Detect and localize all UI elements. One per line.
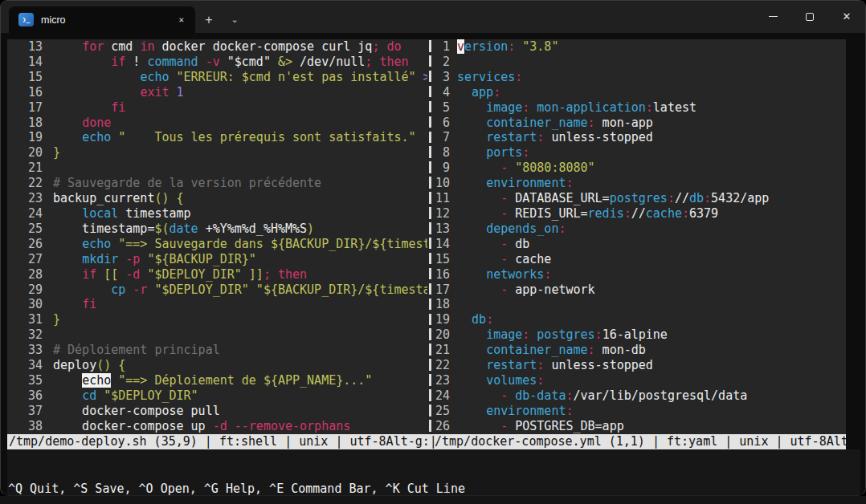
code-line[interactable]: 17 fi xyxy=(7,100,427,116)
statusbar: /tmp/demo-deploy.sh (35,9) | ft:shell | … xyxy=(7,434,846,449)
code-line[interactable]: 30 fi xyxy=(7,297,427,312)
code-line[interactable]: 8 ports: xyxy=(435,145,846,161)
line-number: 34 xyxy=(7,358,53,373)
code-line[interactable]: 32 xyxy=(7,327,427,343)
code-line[interactable]: 19 db: xyxy=(435,312,846,327)
code-line[interactable]: 1version: "3.8" xyxy=(435,39,846,55)
code-line[interactable]: 36 cd "$DEPLOY_DIR" xyxy=(7,388,427,404)
code-line[interactable]: 22# Sauvegarde de la version précédente xyxy=(7,176,427,191)
keymenu: ^Q Quit, ^S Save, ^O Open, ^G Help, ^E C… xyxy=(7,449,860,496)
code-line[interactable]: 16 networks: xyxy=(435,267,846,282)
code-text: # Déploiement principal xyxy=(53,343,220,358)
code-line[interactable]: 24 local timestamp xyxy=(7,206,427,222)
code-line[interactable]: 38 docker-compose up -d --remove-orphans xyxy=(7,419,427,434)
statusbar-right: /tmp/docker-compose.yml (1,1) | ft:yaml … xyxy=(435,434,846,449)
line-number: 3 xyxy=(435,70,457,85)
code-text: restart: unless-stopped xyxy=(457,130,653,145)
tab-close-icon[interactable]: ✕ xyxy=(175,13,187,26)
code-line[interactable]: 23backup_current() { xyxy=(7,191,427,206)
code-line[interactable]: 21 xyxy=(7,161,427,176)
code-line[interactable]: 10 environment: xyxy=(435,176,846,191)
tab-dropdown-button[interactable]: ⌄ xyxy=(223,6,247,33)
code-line[interactable]: 31} xyxy=(7,312,427,327)
code-line[interactable]: 28 if [[ -d "$DEPLOY_DIR" ]]; then xyxy=(7,267,427,282)
minimize-icon xyxy=(769,16,778,17)
code-line[interactable]: 5 image: mon-application:latest xyxy=(435,100,846,116)
code-line[interactable]: 29 cp -r "$DEPLOY_DIR" "${BACKUP_DIR}/${… xyxy=(7,282,427,298)
line-number: 28 xyxy=(7,267,53,282)
code-line[interactable]: 6 container_name: mon-app xyxy=(435,116,846,131)
statusbar-left-hint: Alt-g: xyxy=(386,434,430,449)
code-line[interactable]: 15 echo "ERREUR: $cmd n'est pas installé… xyxy=(7,70,427,85)
code-line[interactable]: 21 container_name: mon-db xyxy=(435,343,846,358)
code-line[interactable]: 17 - app-network xyxy=(435,282,846,298)
code-text: echo "==> Déploiement de ${APP_NAME}..." xyxy=(53,373,372,388)
code-line[interactable]: 25 timestamp=$(date +%Y%m%d_%H%M%S) xyxy=(7,222,427,237)
line-number: 6 xyxy=(435,116,457,131)
code-line[interactable]: 20 image: postgres:16-alpine xyxy=(435,327,846,343)
code-line[interactable]: 16 exit 1 xyxy=(7,85,427,100)
code-line[interactable]: 14 if ! command -v "$cmd" &> /dev/null; … xyxy=(7,55,427,70)
code-text: services: xyxy=(457,70,522,85)
maximize-button[interactable] xyxy=(791,1,828,32)
line-number: 38 xyxy=(7,419,53,434)
line-number: 19 xyxy=(7,130,53,145)
tab-title: micro xyxy=(41,14,168,26)
code-line[interactable]: 33# Déploiement principal xyxy=(7,343,427,358)
powershell-icon: ❯_ xyxy=(18,13,34,26)
code-text: - app-network xyxy=(457,282,595,298)
code-line[interactable]: 24 - db-data:/var/lib/postgresql/data xyxy=(435,388,846,404)
code-line[interactable]: 13 for cmd in docker docker-compose curl… xyxy=(7,39,427,55)
code-text: for cmd in docker docker-compose curl jq… xyxy=(53,39,402,55)
line-number: 22 xyxy=(435,358,457,373)
line-number: 23 xyxy=(435,373,457,388)
editor-pane-left[interactable]: 13 for cmd in docker docker-compose curl… xyxy=(7,39,427,434)
code-line[interactable]: 18 done xyxy=(7,116,427,131)
code-line[interactable]: 2 xyxy=(435,55,846,70)
line-number: 7 xyxy=(435,130,457,145)
maximize-icon xyxy=(806,13,814,21)
code-line[interactable]: 26 - POSTGRES_DB=app xyxy=(435,419,846,434)
line-number: 17 xyxy=(435,282,457,298)
code-line[interactable]: 26 echo "==> Sauvegarde dans ${BACKUP_DI… xyxy=(7,237,427,252)
code-text: image: mon-application:latest xyxy=(457,100,696,116)
code-line[interactable]: 7 restart: unless-stopped xyxy=(435,130,846,145)
code-line[interactable]: 20} xyxy=(7,145,427,161)
code-line[interactable]: 3services: xyxy=(435,70,846,85)
code-line[interactable]: 25 environment: xyxy=(435,404,846,419)
line-number: 10 xyxy=(435,176,457,191)
code-line[interactable]: 18 xyxy=(435,297,846,312)
terminal-tab[interactable]: ❯_ micro ✕ xyxy=(9,6,195,33)
code-line[interactable]: 4 app: xyxy=(435,85,846,100)
line-number: 20 xyxy=(7,145,53,161)
new-tab-button[interactable]: + xyxy=(195,6,223,33)
line-number: 5 xyxy=(435,100,457,116)
code-text: echo " Tous les prérequis sont satisfait… xyxy=(53,130,416,145)
minimize-button[interactable] xyxy=(754,1,791,32)
line-number: 29 xyxy=(7,282,53,298)
line-number: 15 xyxy=(7,70,53,85)
code-text: mkdir -p "${BACKUP_DIR}" xyxy=(53,252,256,267)
code-line[interactable]: 22 restart: unless-stopped xyxy=(435,358,846,373)
code-line[interactable]: 11 - DATABASE_URL=postgres://db:5432/app xyxy=(435,191,846,206)
code-line[interactable]: 35 echo "==> Déploiement de ${APP_NAME}.… xyxy=(7,373,427,388)
code-line[interactable]: 37 docker-compose pull xyxy=(7,404,427,419)
code-line[interactable]: 12 - REDIS_URL=redis://cache:6379 xyxy=(435,206,846,222)
code-line[interactable]: 13 depends_on: xyxy=(435,222,846,237)
editor-pane-right[interactable]: 1version: "3.8"23services:4 app:5 image:… xyxy=(435,39,846,434)
code-line[interactable]: 15 - cache xyxy=(435,252,846,267)
code-text: deploy() { xyxy=(53,358,125,373)
terminal-window: ❯_ micro ✕ + ⌄ ✕ 13 for cmd in docker do… xyxy=(0,0,866,496)
code-line[interactable]: 19 echo " Tous les prérequis sont satisf… xyxy=(7,130,427,145)
line-number: 21 xyxy=(7,161,53,176)
statusbar-right-hint: Alt xyxy=(827,434,846,449)
line-number: 13 xyxy=(7,39,53,55)
code-text: docker-compose pull xyxy=(53,404,220,419)
code-text: - DATABASE_URL=postgres://db:5432/app xyxy=(457,191,769,206)
code-line[interactable]: 9 - "8080:8080" xyxy=(435,161,846,176)
close-button[interactable]: ✕ xyxy=(828,1,865,32)
code-line[interactable]: 27 mkdir -p "${BACKUP_DIR}" xyxy=(7,252,427,267)
code-line[interactable]: 34deploy() { xyxy=(7,358,427,373)
code-line[interactable]: 23 volumes: xyxy=(435,373,846,388)
code-line[interactable]: 14 - db xyxy=(435,237,846,252)
